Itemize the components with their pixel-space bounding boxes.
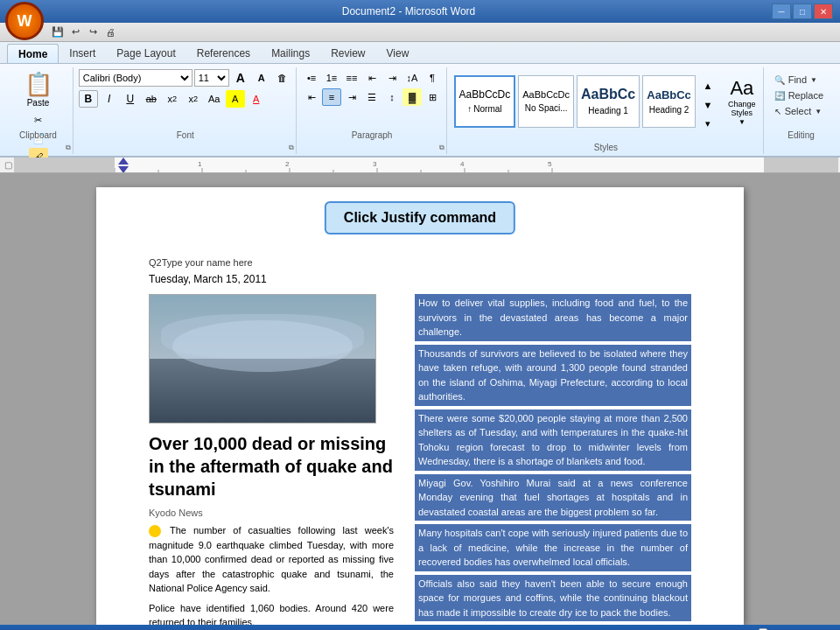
- bold-button[interactable]: B: [79, 90, 98, 108]
- page-date: Tuesday, March 15, 2011: [149, 273, 691, 285]
- title-bar: W Document2 - Microsoft Word ─ □ ✕: [0, 0, 840, 23]
- paragraph-label: Paragraph: [352, 129, 393, 140]
- tab-mailings[interactable]: Mailings: [261, 44, 320, 63]
- ruler-left-margin: [14, 158, 115, 172]
- right-para-2: There were some $20,000 people staying a…: [415, 410, 691, 471]
- tab-home[interactable]: Home: [7, 44, 59, 63]
- quick-access-toolbar: 💾 ↩ ↪ 🖨: [0, 23, 840, 42]
- ruler-corner[interactable]: ▢: [2, 160, 14, 170]
- cursor-marker: [149, 525, 161, 537]
- increase-indent-button[interactable]: ⇥: [382, 69, 402, 87]
- align-right-button[interactable]: ⇥: [342, 88, 361, 106]
- paragraph-group: •≡ 1≡ ≡≡ ⇤ ⇥ ↕A ¶ ⇤ ≡ ⇥ ☰ ↕ ▓ ⊞: [298, 67, 447, 154]
- font-label: Font: [177, 129, 194, 140]
- style-heading2[interactable]: AaBbCc Heading 2: [642, 75, 696, 128]
- change-case-button[interactable]: Aa: [205, 90, 224, 108]
- right-para-5: Officials also said they haven't been ab…: [415, 575, 691, 622]
- tab-review[interactable]: Review: [320, 44, 375, 63]
- replace-icon: 🔄: [774, 91, 785, 101]
- styles-more[interactable]: ▾: [698, 116, 718, 133]
- show-hide-button[interactable]: ¶: [423, 69, 442, 87]
- underline-button[interactable]: U: [121, 90, 140, 108]
- tab-references[interactable]: References: [186, 44, 261, 63]
- select-icon: ↖: [774, 107, 781, 116]
- shrink-font-button[interactable]: A: [252, 69, 271, 87]
- clear-formatting-button[interactable]: 🗑: [273, 69, 292, 87]
- styles-scroll-down[interactable]: ▼: [698, 96, 718, 114]
- news-image: [149, 294, 376, 424]
- clipboard-group: 📋 Paste ✂ 📄 🖌 Clipboard ⧉: [4, 67, 74, 154]
- shading-button[interactable]: ▓: [402, 88, 422, 106]
- line-spacing-button[interactable]: ↕: [382, 88, 402, 106]
- ribbon-content: 📋 Paste ✂ 📄 🖌 Clipboard ⧉ Calibri (Body): [0, 63, 840, 156]
- restore-button[interactable]: □: [793, 4, 812, 19]
- undo-button[interactable]: ↩: [66, 24, 84, 40]
- svg-text:4: 4: [460, 160, 465, 168]
- font-size-select[interactable]: 11: [194, 69, 229, 87]
- right-para-4: Many hospitals can't cope with seriously…: [415, 524, 691, 571]
- right-para-3: Miyagi Gov. Yoshihiro Murai said at a ne…: [415, 474, 691, 522]
- superscript-button[interactable]: x2: [184, 90, 203, 108]
- tab-insert[interactable]: Insert: [59, 44, 106, 63]
- select-button[interactable]: ↖ Select ▼: [771, 104, 832, 118]
- styles-scroll-up[interactable]: ▲: [698, 77, 718, 94]
- clipboard-expand[interactable]: ⧉: [66, 144, 71, 152]
- ruler-right-margin: [764, 158, 838, 172]
- font-expand[interactable]: ⧉: [289, 144, 294, 152]
- minimize-button[interactable]: ─: [772, 4, 791, 19]
- justify-callout: Click Justify command: [325, 201, 515, 234]
- style-no-spacing[interactable]: AaBbCcDc No Spaci...: [518, 75, 574, 128]
- numbering-button[interactable]: 1≡: [322, 69, 341, 87]
- print-button[interactable]: 🖨: [102, 24, 119, 40]
- cut-button[interactable]: ✂: [29, 111, 48, 129]
- page: Click Justify command Q2Type your name h…: [96, 187, 744, 625]
- tab-view[interactable]: View: [376, 44, 420, 63]
- ruler-main: 1 2 3 4 5: [115, 158, 764, 172]
- styles-group: AaBbCcDc ↑ Normal AaBbCcDc No Spaci... A…: [449, 67, 765, 154]
- style-heading1[interactable]: AaBbCc Heading 1: [577, 75, 640, 128]
- paste-button[interactable]: 📋 Paste: [19, 69, 58, 109]
- save-button[interactable]: 💾: [49, 24, 66, 40]
- find-icon: 🔍: [774, 75, 785, 85]
- bullets-button[interactable]: •≡: [302, 69, 321, 87]
- justify-button[interactable]: ☰: [362, 88, 382, 106]
- news-body: The number of casualties following last …: [149, 523, 394, 625]
- paragraph-expand[interactable]: ⧉: [439, 144, 444, 152]
- sort-button[interactable]: ↕A: [402, 69, 422, 87]
- tab-page-layout[interactable]: Page Layout: [106, 44, 186, 63]
- left-column: Over 10,000 dead or missing in the after…: [149, 294, 394, 625]
- editing-label: Editing: [788, 129, 815, 140]
- strikethrough-button[interactable]: ab: [142, 90, 161, 108]
- close-button[interactable]: ✕: [814, 4, 833, 19]
- paste-label: Paste: [27, 98, 50, 108]
- align-left-button[interactable]: ⇤: [302, 88, 321, 106]
- ruler: ▢ 1 2 3 4 5: [0, 158, 840, 173]
- borders-button[interactable]: ⊞: [423, 88, 442, 106]
- font-group: Calibri (Body) 11 A A 🗑 B I U ab x2 x2: [75, 67, 297, 154]
- svg-text:5: 5: [548, 160, 552, 168]
- right-para-1: Thousands of survivors are believed to b…: [415, 345, 691, 406]
- svg-marker-16: [118, 158, 129, 164]
- editing-group: 🔍 Find ▼ 🔄 Replace ↖ Select ▼ Editing: [766, 67, 836, 154]
- right-para-0: How to deliver vital supplies, including…: [415, 294, 691, 341]
- align-center-button[interactable]: ≡: [322, 88, 341, 106]
- news-body-para-2: Police have identified 1,060 bodies. Aro…: [149, 601, 394, 626]
- subscript-button[interactable]: x2: [163, 90, 182, 108]
- multilevel-list-button[interactable]: ≡≡: [342, 69, 361, 87]
- office-button[interactable]: W: [5, 2, 44, 40]
- highlight-button[interactable]: A: [226, 90, 245, 108]
- redo-button[interactable]: ↪: [84, 24, 102, 40]
- italic-button[interactable]: I: [100, 90, 119, 108]
- svg-text:1: 1: [198, 160, 202, 168]
- ribbon: Home Insert Page Layout References Maili…: [0, 42, 840, 158]
- style-normal[interactable]: AaBbCcDc ↑ Normal: [454, 75, 516, 128]
- change-styles-label: ChangeStyles: [728, 100, 756, 119]
- grow-font-button[interactable]: A: [231, 69, 250, 87]
- find-button[interactable]: 🔍 Find ▼: [771, 73, 832, 87]
- ribbon-tabs: Home Insert Page Layout References Maili…: [0, 42, 840, 63]
- font-name-select[interactable]: Calibri (Body): [79, 69, 192, 87]
- decrease-indent-button[interactable]: ⇤: [362, 69, 382, 87]
- font-color-button[interactable]: A: [247, 90, 266, 108]
- replace-button[interactable]: 🔄 Replace: [771, 88, 832, 102]
- change-styles-button[interactable]: Aa ChangeStyles ▼: [720, 75, 764, 135]
